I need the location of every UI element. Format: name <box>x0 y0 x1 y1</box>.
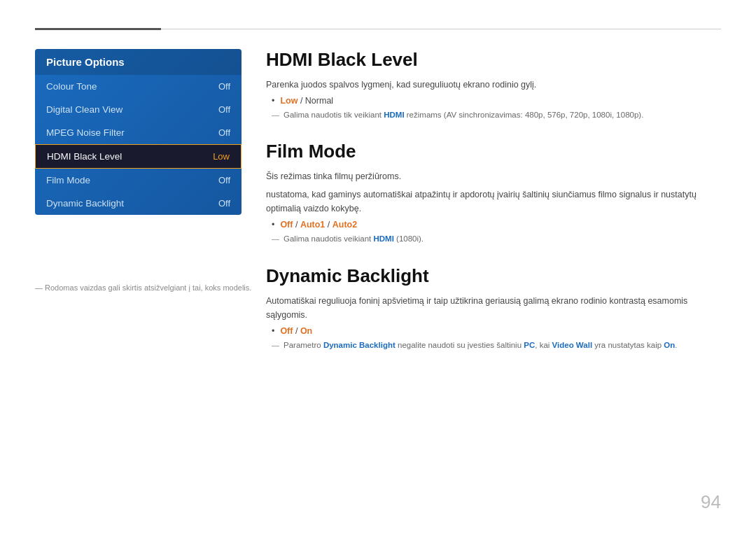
option-separator: / <box>295 220 300 230</box>
menu-item-label: Digital Clean View <box>46 104 122 115</box>
bullet-text: Off / Auto1 / Auto2 <box>280 220 357 230</box>
bullet-hdmi-options: • Low / Normal <box>272 96 721 106</box>
left-panel: Picture Options Colour Tone Off Digital … <box>35 49 241 215</box>
section-desc-film1: Šis režimas tinka filmų peržiūroms. <box>266 169 721 183</box>
menu-item-label: Colour Tone <box>46 81 97 92</box>
section-hdmi-black-level: HDMI Black Level Parenka juodos spalvos … <box>266 49 721 121</box>
option-off: Off <box>280 220 293 230</box>
option-auto1: Auto1 <box>300 220 325 230</box>
bullet-film-options: • Off / Auto1 / Auto2 <box>272 220 721 230</box>
menu-item-value: Off <box>218 81 230 92</box>
option-separator: / <box>328 220 332 230</box>
note-text: Galima naudotis veikiant HDMI (1080i). <box>284 233 424 245</box>
top-line-light <box>161 29 721 29</box>
menu-item-label: MPEG Noise Filter <box>46 127 125 138</box>
section-title-film: Film Mode <box>266 141 721 162</box>
footer-note: — Rodomas vaizdas gali skirtis atsižvelg… <box>35 283 251 292</box>
menu-item-colour-tone[interactable]: Colour Tone Off <box>35 75 241 98</box>
section-desc-dynamic: Automatiškai reguliuoja foninį apšvietim… <box>266 294 721 322</box>
menu-item-value: Off <box>218 175 230 185</box>
menu-item-digital-clean-view[interactable]: Digital Clean View Off <box>35 98 241 121</box>
menu-item-value: Low <box>213 151 230 162</box>
option-on: On <box>300 326 312 336</box>
section-film-mode: Film Mode Šis režimas tinka filmų peržiū… <box>266 141 721 245</box>
note-dash: — <box>272 339 279 351</box>
bullet-dot: • <box>272 326 274 336</box>
top-line-dark <box>35 28 161 30</box>
note-text: Parametro Dynamic Backlight negalite nau… <box>284 339 678 351</box>
dynamic-note: — Parametro Dynamic Backlight negalite n… <box>272 339 721 351</box>
section-dynamic-backlight: Dynamic Backlight Automatiškai reguliuoj… <box>266 265 721 351</box>
top-decorative-lines <box>35 28 721 30</box>
option-separator: / <box>300 96 305 106</box>
section-title-dynamic: Dynamic Backlight <box>266 265 721 287</box>
note-dash: — <box>272 109 279 121</box>
menu-item-film-mode[interactable]: Film Mode Off <box>35 169 241 192</box>
hdmi-note: — Galima naudotis tik veikiant HDMI reži… <box>272 109 721 121</box>
note-text: Galima naudotis tik veikiant HDMI režima… <box>284 109 643 121</box>
bullet-dynamic-options: • Off / On <box>272 326 721 336</box>
menu-item-value: Off <box>218 198 230 209</box>
option-separator: / <box>295 326 300 336</box>
menu-item-mpeg-noise-filter[interactable]: MPEG Noise Filter Off <box>35 121 241 144</box>
menu-item-value: Off <box>218 127 230 138</box>
section-desc-hdmi: Parenka juodos spalvos lygmenį, kad sure… <box>266 78 721 92</box>
option-off: Off <box>280 326 293 336</box>
bullet-dot: • <box>272 220 274 230</box>
option-normal: Normal <box>305 96 333 106</box>
bullet-text: Off / On <box>280 326 312 336</box>
menu-item-label: HDMI Black Level <box>47 151 122 162</box>
menu-item-dynamic-backlight[interactable]: Dynamic Backlight Off <box>35 192 241 215</box>
option-auto2: Auto2 <box>332 220 357 230</box>
menu-item-label: Dynamic Backlight <box>46 198 124 209</box>
bullet-text: Low / Normal <box>280 96 333 106</box>
section-title-hdmi: HDMI Black Level <box>266 49 721 71</box>
note-dash: — <box>272 233 279 245</box>
menu-item-value: Off <box>218 104 230 115</box>
option-low: Low <box>280 96 298 106</box>
section-desc-film2: nustatoma, kad gaminys automatiškai atpa… <box>266 188 721 216</box>
right-content: HDMI Black Level Parenka juodos spalvos … <box>266 49 721 371</box>
menu-box: Picture Options Colour Tone Off Digital … <box>35 49 241 215</box>
bullet-dot: • <box>272 96 274 106</box>
page-number: 94 <box>701 491 721 513</box>
menu-header: Picture Options <box>35 49 241 75</box>
menu-item-hdmi-black-level[interactable]: HDMI Black Level Low <box>35 144 241 169</box>
menu-item-label: Film Mode <box>46 175 90 185</box>
film-note: — Galima naudotis veikiant HDMI (1080i). <box>272 233 721 245</box>
